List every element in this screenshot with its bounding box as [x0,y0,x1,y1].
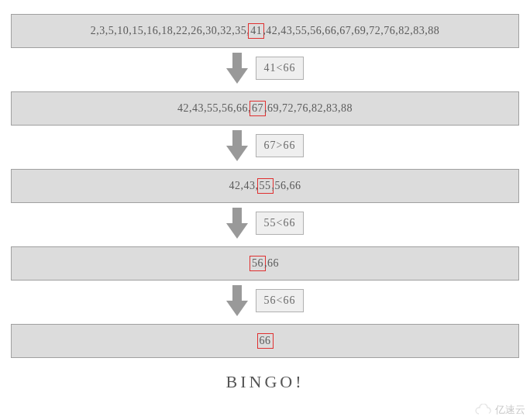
array-step-3-content: 42,43,55,56,66 [229,180,301,191]
down-arrow-icon [226,130,248,161]
array-step-3: 42,43,55,56,66 [11,169,519,203]
array-step-2: 42,43,55,56,66,67,69,72,76,82,83,88 [11,91,519,126]
highlighted-mid: 66 [257,333,274,349]
comparison-box-2: 67>66 [256,134,305,157]
comparison-box-1: 41<66 [256,57,305,80]
array-step-2-content: 42,43,55,56,66,67,69,72,76,82,83,88 [177,102,353,114]
comparison-box-4: 56<66 [256,289,305,312]
down-arrow-icon [226,208,248,239]
array-step-5: 66 [11,324,519,358]
array-step-4-content: 56,66 [251,257,279,269]
down-arrow-icon [226,53,248,84]
highlighted-mid: 41 [248,23,264,39]
highlighted-mid: 67 [250,101,266,116]
comparison-box-3: 55<66 [256,212,305,235]
arrow-row-2: 67>66 [11,130,519,161]
array-step-5-content: 66 [259,335,272,346]
down-arrow-icon [226,285,248,316]
arrow-row-4: 56<66 [11,285,519,316]
arrow-row-1: 41<66 [11,53,519,84]
array-step-1: 2,3,5,10,15,16,18,22,26,30,32,35,41,42,4… [11,14,519,48]
arrow-row-3: 55<66 [11,208,519,239]
array-step-1-content: 2,3,5,10,15,16,18,22,26,30,32,35,41,42,4… [91,25,440,36]
result-label: BINGO! [11,372,519,392]
highlighted-mid: 56 [250,256,266,271]
highlighted-mid: 55 [257,178,274,194]
array-step-4: 56,66 [11,246,519,281]
